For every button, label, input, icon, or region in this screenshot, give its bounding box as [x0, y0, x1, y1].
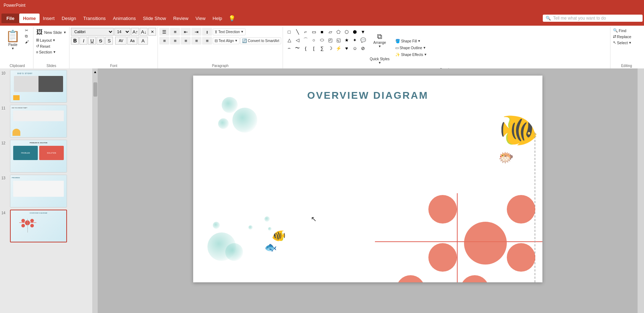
slide-item-13[interactable]: 13 PROGRESS: [1, 175, 91, 207]
font-shrink-button[interactable]: A↓: [140, 28, 148, 36]
layout-arrow[interactable]: ▼: [52, 39, 56, 42]
slide-thumb-10[interactable]: DID'S STORY: [10, 70, 67, 103]
menu-home[interactable]: Home: [19, 14, 39, 23]
callout-shape[interactable]: 💬: [358, 36, 368, 44]
section-arrow[interactable]: ▼: [53, 50, 56, 54]
new-slide-arrow[interactable]: ▼: [63, 31, 67, 34]
cut-button[interactable]: ✂✂: [24, 28, 30, 33]
slide-item-11[interactable]: 11 DID YOU KNOW THAT?: [1, 105, 91, 138]
right-scroll-panel[interactable]: [638, 68, 644, 313]
menu-design[interactable]: Design: [58, 14, 79, 23]
arrange-arrow[interactable]: ▼: [378, 45, 381, 48]
menu-insert[interactable]: Insert: [40, 14, 58, 23]
find-button[interactable]: 🔍 Find: [612, 28, 627, 33]
bullets-button[interactable]: ☰: [159, 28, 169, 36]
replace-button[interactable]: ⇄ Replace: [612, 34, 632, 39]
distributed-button[interactable]: ≡: [202, 37, 212, 45]
font-size-select[interactable]: 14: [114, 28, 130, 36]
menu-help[interactable]: Help: [209, 14, 226, 23]
menu-view[interactable]: View: [192, 14, 209, 23]
copy-button[interactable]: ⧉: [24, 34, 30, 39]
quick-styles-label: Quick Styles: [370, 57, 390, 61]
more-shapes[interactable]: ▼: [358, 28, 368, 36]
slide-thumb-14[interactable]: OVERVIEW DIAGRAM: [10, 210, 67, 242]
circle-top-left[interactable]: [428, 195, 457, 224]
numbered-list-button[interactable]: ≡: [170, 28, 180, 36]
new-slide-button[interactable]: 🖼 New Slide ▼: [35, 28, 68, 37]
circle-bottom-center[interactable]: [460, 275, 489, 282]
section-button[interactable]: ≡ Section ▼: [35, 50, 57, 55]
main-area: 10 DID'S STORY 11 DID YOU KNOW THAT?: [0, 68, 644, 313]
format-painter-button[interactable]: 🖌: [24, 39, 30, 44]
menu-file[interactable]: File: [1, 14, 19, 23]
text-direction-button[interactable]: ⊻ Text Direction ▼: [213, 29, 246, 35]
slide-item-10[interactable]: 10 DID'S STORY: [1, 70, 91, 103]
bold-button[interactable]: B: [71, 37, 79, 45]
paste-button[interactable]: 📋 Paste ▼: [3, 28, 23, 52]
cut-icon: ✂: [25, 28, 28, 33]
select-button[interactable]: ↖ Select ▼: [612, 40, 633, 45]
slide-panel[interactable]: 10 DID'S STORY 11 DID YOU KNOW THAT?: [0, 68, 93, 313]
text-direction-arrow[interactable]: ▼: [241, 30, 244, 34]
font-color-button[interactable]: A: [138, 37, 148, 45]
circle-bottom-left[interactable]: [428, 243, 457, 272]
layout-label: Layout: [40, 38, 52, 42]
change-case-button[interactable]: Aa: [127, 37, 137, 45]
columns-button[interactable]: ⫾: [202, 28, 212, 36]
new-slide-icon: 🖼: [36, 29, 43, 36]
align-left-button[interactable]: ≡: [159, 37, 169, 45]
canvas-area[interactable]: OVERVIEW DIAGRAM 🐠 🐡 🐠 🐟: [98, 68, 638, 313]
shape-outline-arrow[interactable]: ▼: [423, 46, 426, 50]
shape-fill-button[interactable]: 🪣 Shape Fill ▼: [394, 39, 428, 44]
slide-item-14[interactable]: 14 OVERVIEW DIAGRAM: [1, 210, 91, 242]
align-center-button[interactable]: ≡: [170, 37, 180, 45]
paste-dropdown-arrow[interactable]: ▼: [11, 47, 15, 50]
slide-canvas[interactable]: OVERVIEW DIAGRAM 🐠 🐡 🐠 🐟: [193, 76, 542, 282]
no-sign-shape[interactable]: ⊘: [358, 44, 368, 52]
char-spacing-button[interactable]: AV: [115, 37, 127, 45]
slide-thumb-13[interactable]: PROGRESS: [10, 175, 67, 207]
menu-review[interactable]: Review: [170, 14, 192, 23]
slide-thumb-12[interactable]: PROBLEM VS. SOLUTION PROBLEM SOLUTION: [10, 140, 67, 173]
layout-button[interactable]: ⊞ Layout ▼: [35, 37, 57, 43]
scroll-thumb[interactable]: [93, 82, 97, 97]
shadow-button[interactable]: S: [105, 37, 113, 45]
scroll-up-arrow[interactable]: ▲: [92, 68, 98, 75]
align-text-arrow[interactable]: ▼: [235, 39, 238, 42]
circle-center[interactable]: [464, 222, 507, 265]
arrange-button[interactable]: ⧉ Arrange ▼: [369, 28, 391, 53]
search-bar[interactable]: 🔍 Tell me what you want to do: [543, 15, 643, 22]
shape-effects-button[interactable]: ✨ Shape Effects ▼: [394, 52, 428, 57]
menu-animations[interactable]: Animations: [109, 14, 139, 23]
slide-thumb-11[interactable]: DID YOU KNOW THAT?: [10, 105, 67, 138]
increase-indent-button[interactable]: ⇥: [191, 28, 201, 36]
strikethrough-button[interactable]: S: [97, 37, 104, 45]
menu-slideshow[interactable]: Slide Show: [139, 14, 170, 23]
clear-format-button[interactable]: ✕: [148, 28, 156, 36]
underline-button[interactable]: U: [88, 37, 96, 45]
shape-effects-arrow[interactable]: ▼: [424, 53, 427, 56]
shape-outline-button[interactable]: ▭ Shape Outline ▼: [394, 45, 428, 51]
drawing-group: □ ╲ ⌐ ▭ ■ ▱ ⬠ ⬡ ⬢ ▼ △ ◁ ⌒ ○ ⬭ ◰ ◱ ★ ✦ 💬: [283, 27, 610, 68]
menu-transitions[interactable]: Transitions: [80, 14, 109, 23]
align-right-button[interactable]: ≡: [181, 37, 191, 45]
circle-bottom-far-left[interactable]: [396, 275, 425, 282]
select-arrow[interactable]: ▼: [629, 41, 632, 45]
quick-styles-button[interactable]: Quick Styles ▼: [369, 53, 391, 68]
justify-button[interactable]: ≡: [191, 37, 201, 45]
reset-button[interactable]: ↺ Reset: [35, 43, 51, 49]
font-family-select[interactable]: Calibri: [71, 28, 114, 36]
shape-fill-arrow[interactable]: ▼: [418, 39, 421, 43]
circle-top-right[interactable]: [507, 195, 535, 224]
font-grow-button[interactable]: A↑: [131, 28, 139, 36]
quick-styles-arrow[interactable]: ▼: [378, 61, 381, 65]
convert-smartart-button[interactable]: 🔄 Convert to SmartArt: [240, 37, 281, 44]
decrease-indent-button[interactable]: ⇤: [181, 28, 191, 36]
shape-fill-label: Shape Fill: [401, 39, 417, 43]
slide-item-12[interactable]: 12 PROBLEM VS. SOLUTION PROBLEM SOLUTION: [1, 140, 91, 173]
italic-button[interactable]: I: [79, 37, 87, 45]
align-text-button[interactable]: ⊟ Text Direction Text Align ▼: [213, 37, 239, 44]
slides-scrollbar[interactable]: ▲: [93, 68, 98, 313]
diagram-v-line-solid: [457, 193, 458, 282]
circle-bottom-right[interactable]: [507, 243, 535, 272]
